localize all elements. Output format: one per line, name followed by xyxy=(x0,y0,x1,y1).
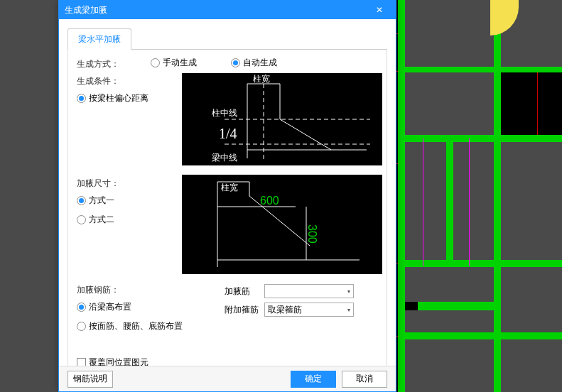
radio-label: 方式二 xyxy=(89,214,114,226)
radio-label: 按面筋、腰筋、底筋布置 xyxy=(89,320,183,332)
radio-label: 手动生成 xyxy=(163,57,197,69)
cancel-button[interactable]: 取消 xyxy=(342,371,387,388)
gen-method-label: 生成方式： xyxy=(77,57,148,70)
radio-icon xyxy=(77,94,86,103)
haunch-bar-row: 加腋筋 ▾ xyxy=(225,284,354,298)
extra-stirrup-row: 附加箍筋 取梁箍筋 ▾ xyxy=(225,303,354,317)
gen-method-group: 手动生成 自动生成 xyxy=(151,57,277,69)
haunch-bar-combo[interactable]: ▾ xyxy=(264,284,354,298)
rebar-label: 加腋钢筋： xyxy=(77,284,119,296)
diag1-beam-center: 梁中线 xyxy=(212,153,237,163)
btn-label: 取消 xyxy=(356,373,373,385)
size-label: 加腋尺寸： xyxy=(77,178,119,190)
extra-stirrup-combo[interactable]: 取梁箍筋 ▾ xyxy=(264,303,354,317)
btn-label: 钢筋说明 xyxy=(73,373,107,385)
radio-icon xyxy=(77,215,86,224)
diag1-col-width: 柱宽 xyxy=(253,74,270,84)
tab-panel: 生成方式： 手动生成 自动生成 生成条件： 按梁柱偏心距离 xyxy=(67,50,387,389)
radio-manual[interactable]: 手动生成 xyxy=(151,57,197,69)
rebar-help-button[interactable]: 钢筋说明 xyxy=(67,371,113,388)
close-icon[interactable]: ✕ xyxy=(369,5,390,15)
gen-cond-label: 生成条件： xyxy=(77,75,119,87)
titlebar: 生成梁加腋 ✕ xyxy=(59,1,396,19)
dialog-content: 梁水平加腋 生成方式： 手动生成 自动生成 生成条件： xyxy=(59,19,396,389)
radio-size-1[interactable]: 方式一 xyxy=(77,195,114,207)
diag2-600: 600 xyxy=(260,195,279,207)
combo-value: 取梁箍筋 xyxy=(268,304,302,316)
ok-button[interactable]: 确定 xyxy=(291,371,336,388)
radio-label: 沿梁高布置 xyxy=(89,301,131,313)
radio-icon xyxy=(77,196,86,205)
diagram-size: 柱宽 600 300 xyxy=(182,175,382,274)
radio-icon xyxy=(77,303,86,312)
button-bar: 钢筋说明 确定 取消 xyxy=(59,366,396,391)
radio-by-offset[interactable]: 按梁柱偏心距离 xyxy=(77,92,148,104)
radio-size-2[interactable]: 方式二 xyxy=(77,214,114,226)
gen-method-row: 生成方式： 手动生成 自动生成 xyxy=(77,57,378,70)
btn-label: 确定 xyxy=(305,373,322,385)
radio-auto[interactable]: 自动生成 xyxy=(231,57,277,69)
tab-strip: 梁水平加腋 xyxy=(67,28,387,50)
dialog-title: 生成梁加腋 xyxy=(65,4,369,16)
diag1-fraction: 1/4 xyxy=(219,126,237,141)
haunch-bar-label: 加腋筋 xyxy=(225,285,260,298)
radio-icon xyxy=(77,322,86,331)
tab-horizontal-haunch[interactable]: 梁水平加腋 xyxy=(67,28,131,50)
svg-rect-9 xyxy=(182,175,382,274)
radio-icon xyxy=(231,58,240,67)
diag2-col-width: 柱宽 xyxy=(221,183,238,192)
radio-label: 自动生成 xyxy=(243,57,277,69)
diag1-col-center: 柱中线 xyxy=(212,108,237,118)
extra-stirrup-label: 附加箍筋 xyxy=(225,304,260,316)
chevron-down-icon: ▾ xyxy=(347,307,350,313)
radio-rebar-by-face[interactable]: 按面筋、腰筋、底筋布置 xyxy=(77,320,183,332)
chevron-down-icon: ▾ xyxy=(347,288,350,295)
radio-label: 方式一 xyxy=(89,195,114,207)
radio-rebar-along-height[interactable]: 沿梁高布置 xyxy=(77,301,183,313)
generate-beam-haunch-dialog: 生成梁加腋 ✕ 梁水平加腋 生成方式： 手动生成 自动生成 xyxy=(58,0,396,392)
radio-icon xyxy=(151,58,160,67)
radio-label: 按梁柱偏心距离 xyxy=(89,92,148,104)
diagram-offset: 柱宽 柱中线 梁中线 1/4 xyxy=(182,73,382,165)
diag2-300: 300 xyxy=(306,224,318,244)
